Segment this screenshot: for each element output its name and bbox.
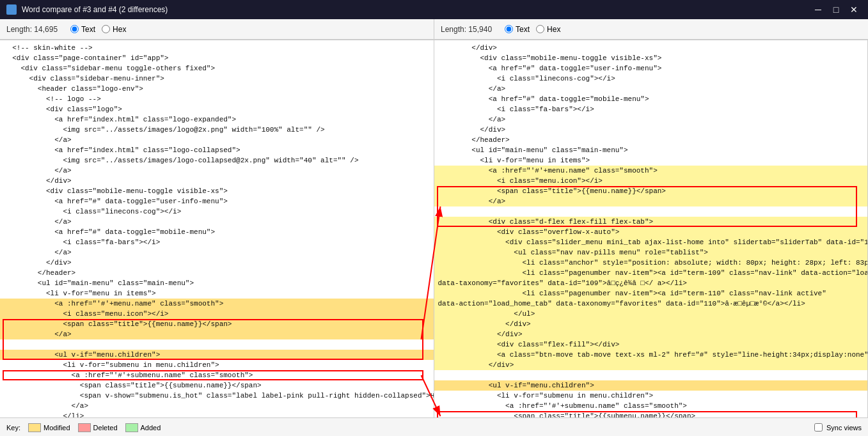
sync-checkbox[interactable] <box>814 423 823 432</box>
code-text: <a href="#" data-toggle="user-info-menu"… <box>434 63 868 74</box>
right-toolbar: Length: 15,940 Text Hex <box>434 19 868 40</box>
table-row: <i class="menu.icon"></i> <box>0 309 434 319</box>
code-text: </header> <box>434 135 868 145</box>
right-format-group[interactable]: Text Hex <box>505 25 560 34</box>
code-text: </a> <box>434 114 868 125</box>
code-text: <!-- logo --> <box>0 94 434 104</box>
code-text: <div class="sidebar-menu toggle-others f… <box>0 63 434 74</box>
table-row: </div> <box>434 329 868 339</box>
code-text: <li v-for="submenu in menu.children"> <box>0 360 434 370</box>
code-text: <a href="index.html" class="logo-expande… <box>0 114 434 125</box>
left-format-group[interactable]: Text Hex <box>70 25 126 34</box>
table-row: <a :href="'#'+submenu.name" class="smoot… <box>434 401 868 411</box>
code-text: data-taxonomy="favorites" data-id="109">… <box>434 278 868 288</box>
table-row: <!-- skin-white --> <box>0 43 434 53</box>
table-row: <a href="index.html" class="logo-collaps… <box>0 145 434 155</box>
code-text: <img src="../assets/images/logo@2x.png" … <box>0 125 434 135</box>
code-text: <a href="index.html" class="logo-collaps… <box>0 145 434 155</box>
table-row: <span class="title">{{menu.name}}</span> <box>434 186 868 196</box>
close-button[interactable]: ✕ <box>846 3 862 16</box>
table-row: </div> <box>0 176 434 186</box>
code-text: </header> <box>0 268 434 278</box>
table-row: </a> <box>0 329 434 339</box>
code-text: <i class="menu.icon"></i> <box>434 176 868 186</box>
code-text: <img src="../assets/images/logo-collapse… <box>0 155 434 166</box>
code-text: <ul v-if="menu.children"> <box>434 380 868 391</box>
code-text: </div> <box>434 360 868 370</box>
code-text: </a> <box>0 135 434 145</box>
table-row: <img src="../assets/images/logo-collapse… <box>0 155 434 166</box>
code-text: <i class="fa-bars"></i> <box>434 104 868 114</box>
table-row: </div> <box>434 360 868 370</box>
code-text: <li v-for="submenu in menu.children"> <box>434 391 868 401</box>
table-row: </div> <box>434 319 868 329</box>
code-text: <a :href="'#'+menu.name" class="smooth"> <box>0 299 434 309</box>
right-hex-radio[interactable]: Hex <box>536 25 560 34</box>
added-legend: Added <box>125 423 161 432</box>
code-text: <a href="#" data-toggle="user-info-menu"… <box>0 196 434 206</box>
code-text: <div class="page-container" id="app"> <box>0 53 434 63</box>
table-row: <i class="linecons-cog"></i> <box>434 74 868 84</box>
table-row: <div class="d-flex flex-fill flex-tab"> <box>434 217 868 227</box>
code-text: <a href="#" data-toggle="mobile-menu"> <box>434 94 868 104</box>
code-text: <li class="pagenumber nav-item"><a id="t… <box>434 268 868 278</box>
left-code-view[interactable]: <!-- skin-white --> <div class="page-con… <box>0 40 434 417</box>
window-title: Word compare of #3 and #4 (2 differences… <box>22 5 168 14</box>
table-row: <i class="fa-bars"></i> <box>434 104 868 114</box>
table-row: data-taxonomy="favorites" data-id="109">… <box>434 278 868 288</box>
code-text: <div class="overflow-x-auto"> <box>434 227 868 237</box>
table-row: </a> <box>0 166 434 176</box>
table-row: <a :href="'#'+submenu.name" class="smoot… <box>0 370 434 380</box>
code-text: <a :href="'#'+menu.name" class="smooth"> <box>434 166 868 176</box>
code-text: <li class="anchor" style="position: abso… <box>434 258 868 268</box>
table-row: </a> <box>434 84 868 94</box>
code-text: <li class="pagenumber nav-item"><a id="t… <box>434 288 868 299</box>
window-controls[interactable]: ─ □ ✕ <box>810 3 862 16</box>
right-code-view[interactable]: </div> <div class="mobile-menu-toggle vi… <box>434 40 868 417</box>
table-row: <a href="#" data-toggle="mobile-menu"> <box>434 94 868 104</box>
key-label: Key: <box>6 424 20 432</box>
table-row: <li v-for="menu in items"> <box>0 288 434 299</box>
code-text: <a :href="'#'+submenu.name" class="smoot… <box>0 370 434 380</box>
table-row: </div> <box>434 125 868 135</box>
code-text: <div class="slider_menu mini_tab ajax-li… <box>434 237 868 247</box>
table-row: <a href="#" data-toggle="user-info-menu"… <box>434 63 868 74</box>
code-text: <span class="title">{{menu.name}}</span> <box>0 319 434 329</box>
left-toolbar: Length: 14,695 Text Hex <box>0 19 434 40</box>
table-row: <div class="mobile-menu-toggle visible-x… <box>0 186 434 196</box>
code-text: <li v-for="menu in items"> <box>0 288 434 299</box>
code-text: <!-- skin-white --> <box>0 43 434 53</box>
table-row: <li v-for="menu in items"> <box>434 155 868 166</box>
code-text: <i class="linecons-cog"></i> <box>0 206 434 217</box>
status-bar: Key: Modified Deleted Added Sync views <box>0 417 868 436</box>
table-row: <header class="logo-env"> <box>0 84 434 94</box>
code-text: </a> <box>0 401 434 411</box>
left-hex-radio[interactable]: Hex <box>102 25 126 34</box>
added-box <box>125 423 138 432</box>
code-text <box>434 370 868 380</box>
table-row: <div class="mobile-menu-toggle visible-x… <box>434 53 868 63</box>
maximize-button[interactable]: □ <box>828 3 844 16</box>
code-text: <span class="title">{{menu.name}}</span> <box>434 186 868 196</box>
minimize-button[interactable]: ─ <box>810 3 826 16</box>
table-row: <li class="anchor" style="position: abso… <box>434 258 868 268</box>
left-text-radio[interactable]: Text <box>70 25 95 34</box>
code-text: <span class="title">{{submenu.name}}</sp… <box>434 411 868 417</box>
table-row: <a href="#" data-toggle="mobile-menu"> <box>0 227 434 237</box>
table-row: <li v-for="submenu in menu.children"> <box>434 391 868 401</box>
sync-label[interactable]: Sync views <box>826 424 862 432</box>
table-row: <i class="linecons-cog"></i> <box>0 206 434 217</box>
table-row: <a class="btn-move tab-move text-xs ml-2… <box>434 350 868 360</box>
deleted-legend: Deleted <box>78 423 118 432</box>
code-text: <a :href="'#'+submenu.name" class="smoot… <box>434 401 868 411</box>
table-row: <div class="overflow-x-auto"> <box>434 227 868 237</box>
app-icon <box>6 4 17 15</box>
added-label: Added <box>141 424 161 432</box>
table-row: <div class="page-container" id="app"> <box>0 53 434 63</box>
table-row: <ul id="main-menu" class="main-menu"> <box>434 145 868 155</box>
sync-views-wrap[interactable]: Sync views <box>814 423 862 432</box>
right-text-radio[interactable]: Text <box>505 25 530 34</box>
table-row <box>0 339 434 350</box>
title-bar-left: Word compare of #3 and #4 (2 differences… <box>6 4 168 15</box>
code-text: <li v-for="menu in items"> <box>434 155 868 166</box>
